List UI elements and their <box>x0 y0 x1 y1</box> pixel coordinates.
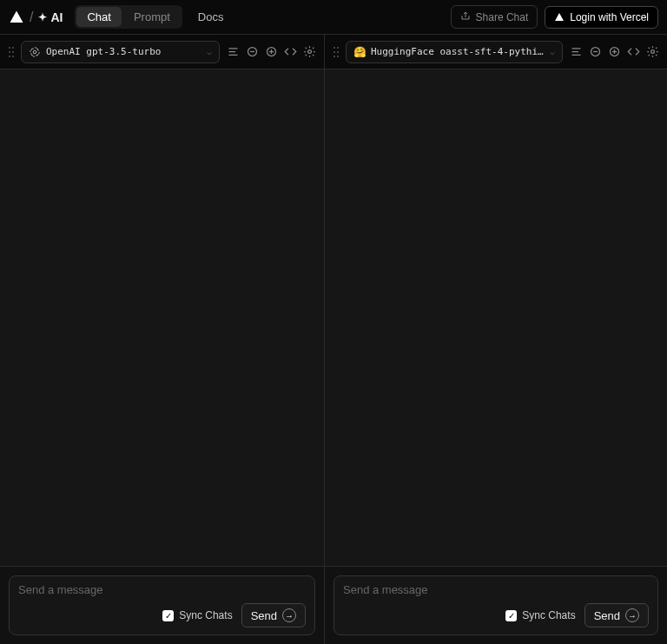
send-label: Send <box>594 609 620 622</box>
drag-handle-icon[interactable] <box>7 46 16 58</box>
share-chat-button[interactable]: Share Chat <box>451 5 538 29</box>
pane-toolbar: 🤗 HuggingFace oasst-sft-4-pythia-12b-epo… <box>325 35 667 69</box>
code-icon[interactable] <box>625 44 641 60</box>
sync-chats-toggle[interactable]: ✓ Sync Chats <box>162 609 232 621</box>
login-label: Login with Vercel <box>570 11 649 23</box>
tab-prompt[interactable]: Prompt <box>123 7 181 27</box>
composer: ✓ Sync Chats Send → <box>0 566 324 644</box>
model-name: HuggingFace oasst-sft-4-pythia-12b-epo… <box>371 46 545 57</box>
sync-label: Sync Chats <box>522 609 575 621</box>
svg-point-1 <box>12 47 14 49</box>
arrow-right-circle-icon: → <box>625 608 639 622</box>
pane-tool-icons <box>225 44 317 60</box>
tab-chat[interactable]: Chat <box>76 7 121 27</box>
pane-tool-icons <box>568 44 660 60</box>
share-icon <box>460 10 471 23</box>
svg-point-13 <box>337 51 339 53</box>
svg-point-4 <box>9 56 10 57</box>
login-button[interactable]: Login with Vercel <box>545 6 658 29</box>
svg-point-0 <box>9 47 10 49</box>
composer: ✓ Sync Chats Send → <box>325 566 667 644</box>
send-label: Send <box>251 609 277 622</box>
svg-point-3 <box>12 51 14 53</box>
model-selector[interactable]: 🤗 HuggingFace oasst-sft-4-pythia-12b-epo… <box>346 41 563 63</box>
minus-circle-icon[interactable] <box>244 44 260 60</box>
checkbox-checked-icon: ✓ <box>505 610 517 621</box>
send-button[interactable]: Send → <box>241 603 306 628</box>
minus-circle-icon[interactable] <box>587 44 603 60</box>
gear-icon[interactable] <box>644 44 660 60</box>
svg-point-14 <box>334 56 335 57</box>
svg-point-12 <box>334 51 335 53</box>
chat-body <box>325 69 667 566</box>
plus-circle-icon[interactable] <box>606 44 622 60</box>
openai-icon <box>29 46 41 58</box>
message-input[interactable] <box>18 583 306 596</box>
svg-point-5 <box>12 56 14 57</box>
code-icon[interactable] <box>282 44 298 60</box>
huggingface-icon: 🤗 <box>353 46 366 58</box>
arrow-right-circle-icon: → <box>282 608 296 622</box>
vercel-triangle-icon <box>554 12 565 23</box>
breadcrumb-slash: / <box>30 10 33 25</box>
svg-point-18 <box>650 50 654 54</box>
svg-point-2 <box>9 51 10 53</box>
chevron-down-icon: ⌵ <box>550 47 555 56</box>
sparkle-icon: ✦ <box>38 11 47 23</box>
ai-brand[interactable]: ✦ AI <box>38 10 63 24</box>
svg-point-10 <box>334 47 335 49</box>
checkbox-checked-icon: ✓ <box>162 610 174 621</box>
chat-pane-left: OpenAI gpt-3.5-turbo ⌵ ✓ Sync Chats <box>0 35 325 644</box>
logo-cluster: / ✦ AI <box>9 10 63 25</box>
sync-label: Sync Chats <box>179 609 232 621</box>
pane-toolbar: OpenAI gpt-3.5-turbo ⌵ <box>0 35 324 69</box>
vercel-logo-icon[interactable] <box>9 10 24 25</box>
chevron-down-icon: ⌵ <box>207 47 212 56</box>
chat-panes: OpenAI gpt-3.5-turbo ⌵ ✓ Sync Chats <box>0 35 667 644</box>
docs-link[interactable]: Docs <box>198 10 224 23</box>
mode-tabs: Chat Prompt <box>75 5 182 29</box>
sync-chats-toggle[interactable]: ✓ Sync Chats <box>505 609 575 621</box>
list-icon[interactable] <box>568 44 584 60</box>
app-header: / ✦ AI Chat Prompt Docs Share Chat Login… <box>0 0 667 35</box>
composer-box: ✓ Sync Chats Send → <box>334 575 658 635</box>
plus-circle-icon[interactable] <box>263 44 279 60</box>
list-icon[interactable] <box>225 44 241 60</box>
send-button[interactable]: Send → <box>584 603 649 628</box>
share-label: Share Chat <box>476 11 529 23</box>
svg-point-6 <box>33 50 36 54</box>
composer-box: ✓ Sync Chats Send → <box>9 575 315 635</box>
gear-icon[interactable] <box>301 44 317 60</box>
message-input[interactable] <box>343 583 649 596</box>
chat-pane-right: 🤗 HuggingFace oasst-sft-4-pythia-12b-epo… <box>325 35 667 644</box>
chat-body <box>0 69 324 566</box>
model-name: OpenAI gpt-3.5-turbo <box>46 46 201 57</box>
model-selector[interactable]: OpenAI gpt-3.5-turbo ⌵ <box>21 41 220 63</box>
svg-point-15 <box>337 56 339 57</box>
drag-handle-icon[interactable] <box>332 46 340 58</box>
svg-point-11 <box>337 47 339 49</box>
svg-point-9 <box>307 50 311 54</box>
brand-text: AI <box>50 10 63 24</box>
